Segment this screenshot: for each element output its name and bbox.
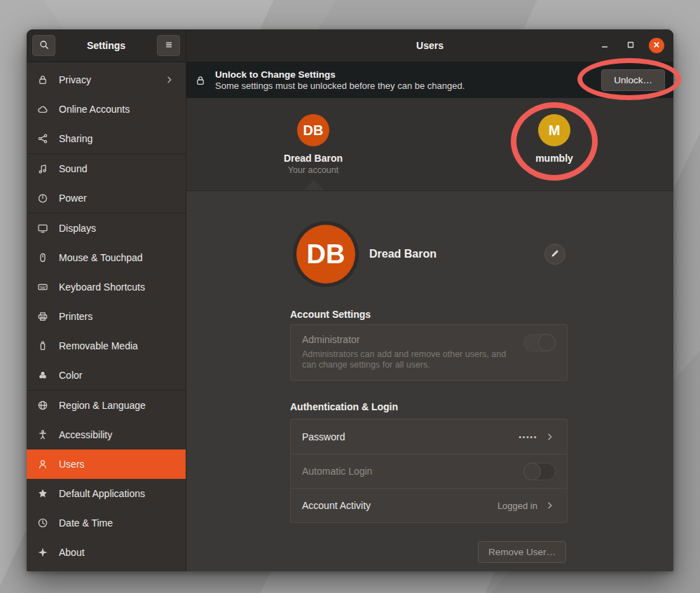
user-carousel: DBDread BaronYour accountMmumbly <box>186 98 673 191</box>
share-icon <box>37 133 48 144</box>
chevron-right-icon <box>164 74 175 85</box>
sidebar-item-label: Default Applications <box>59 488 175 499</box>
unlock-banner-subtitle: Some settings must be unlocked before th… <box>215 81 465 91</box>
carousel-user-subtitle: Your account <box>288 165 339 175</box>
administrator-texts: Administrator Administrators can add and… <box>302 334 512 371</box>
sidebar-item-default-applications[interactable]: Default Applications <box>27 479 186 508</box>
row-value: ••••• <box>519 433 537 441</box>
account-settings-header: Account Settings <box>290 309 371 320</box>
menu-button[interactable] <box>157 35 180 56</box>
sidebar-item-label: Date & Time <box>59 517 175 529</box>
clock-icon <box>37 517 48 529</box>
app-title: Settings <box>55 40 157 51</box>
sidebar-item-label: Mouse & Touchpad <box>59 252 175 263</box>
sidebar-item-removable-media[interactable]: Removable Media <box>27 331 186 361</box>
avatar: DB <box>297 114 329 146</box>
maximize-button[interactable] <box>623 38 638 53</box>
minimize-button[interactable] <box>597 38 612 53</box>
row-automatic-login: Automatic Login <box>291 454 567 488</box>
unlock-banner-title: Unlock to Change Settings <box>215 69 465 80</box>
minimize-icon <box>599 39 610 53</box>
carousel-user-name: mumbly <box>535 153 573 164</box>
keyboard-icon <box>37 281 48 293</box>
sidebar-headerbar: Settings <box>27 29 186 62</box>
users-icon <box>37 459 48 470</box>
selected-user-pointer <box>303 180 324 190</box>
row-password[interactable]: Password••••• <box>291 419 567 454</box>
search-icon <box>39 39 50 53</box>
sidebar-item-displays[interactable]: Displays <box>27 214 186 243</box>
close-button[interactable] <box>649 38 664 53</box>
settings-window: Settings PrivacyOnline AccountsSharingSo… <box>27 29 673 571</box>
chevron-right-icon <box>544 500 556 511</box>
sidebar-item-label: Keyboard Shortcuts <box>59 281 175 293</box>
sound-icon <box>37 163 48 174</box>
sidebar-item-about[interactable]: About <box>27 538 186 567</box>
removable-media-icon <box>37 340 48 351</box>
lock-icon <box>195 75 206 86</box>
sidebar-item-label: Region & Language <box>59 400 175 411</box>
authentication-login-header: Authentication & Login <box>290 401 398 412</box>
sidebar-item-label: About <box>59 547 175 558</box>
sidebar-item-label: Color <box>59 370 175 381</box>
unlock-banner-text: Unlock to Change Settings Some settings … <box>215 69 465 91</box>
lock-icon <box>37 74 48 85</box>
sidebar-item-mouse-touchpad[interactable]: Mouse & Touchpad <box>27 243 186 272</box>
row-label: Account Activity <box>302 500 490 511</box>
profile-row: DB Dread Baron <box>296 225 565 284</box>
row-label: Automatic Login <box>302 466 516 477</box>
sidebar-item-color[interactable]: Color <box>27 361 186 390</box>
sidebar-item-printers[interactable]: Printers <box>27 302 186 331</box>
sidebar-item-date-time[interactable]: Date & Time <box>27 508 186 538</box>
sidebar-item-label: Privacy <box>59 74 153 85</box>
sidebar-item-sound[interactable]: Sound <box>27 154 186 183</box>
sidebar-item-sharing[interactable]: Sharing <box>27 124 186 153</box>
administrator-toggle <box>523 334 556 351</box>
pencil-icon <box>549 248 561 261</box>
avatar: M <box>538 114 570 146</box>
toggle-knob <box>538 334 556 351</box>
toggle-knob <box>523 463 541 480</box>
user-detail-panel: DB Dread Baron Account Settings Administ… <box>186 191 673 571</box>
sidebar-item-label: Printers <box>59 311 175 322</box>
carousel-user-name: Dread Baron <box>284 153 343 164</box>
profile-name: Dread Baron <box>369 248 437 260</box>
remove-user-button: Remove User… <box>478 541 566 563</box>
row-value: Logged in <box>497 501 537 511</box>
sidebar-item-online-accounts[interactable]: Online Accounts <box>27 95 186 124</box>
search-button[interactable] <box>32 35 55 56</box>
carousel-user-mumbly[interactable]: Mmumbly <box>505 114 603 164</box>
sidebar-item-region-language[interactable]: Region & Language <box>27 391 186 420</box>
edit-name-button[interactable] <box>544 244 565 265</box>
sidebar-item-label: Users <box>59 459 175 470</box>
displays-icon <box>37 223 48 234</box>
globe-icon <box>37 400 48 411</box>
administrator-label: Administrator <box>302 334 512 345</box>
chevron-right-icon <box>544 431 556 442</box>
unlock-button[interactable]: Unlock… <box>601 69 665 91</box>
sidebar-item-label: Sound <box>59 163 175 174</box>
maximize-icon <box>625 39 636 53</box>
sidebar: Settings PrivacyOnline AccountsSharingSo… <box>27 29 186 571</box>
carousel-user-dread-baron[interactable]: DBDread BaronYour account <box>264 114 362 175</box>
mouse-icon <box>37 252 48 263</box>
unlock-banner: Unlock to Change Settings Some settings … <box>186 62 673 98</box>
avatar: DB <box>296 225 355 284</box>
cloud-icon <box>37 104 48 115</box>
sidebar-item-label: Accessibility <box>59 429 175 440</box>
star-icon <box>37 488 48 499</box>
headerbar: Users <box>186 29 673 62</box>
sidebar-item-power[interactable]: Power <box>27 183 186 213</box>
row-account-activity[interactable]: Account ActivityLogged in <box>291 488 567 522</box>
sparkle-icon <box>37 547 48 558</box>
main-panel: Users Unlock to Change Settings Some set… <box>186 29 673 571</box>
sidebar-item-keyboard-shortcuts[interactable]: Keyboard Shortcuts <box>27 272 186 302</box>
administrator-box: Administrator Administrators can add and… <box>290 324 568 381</box>
sidebar-item-label: Online Accounts <box>59 104 175 115</box>
automatic-login-toggle <box>523 463 556 480</box>
sidebar-item-label: Displays <box>59 223 175 234</box>
sidebar-item-privacy[interactable]: Privacy <box>27 65 186 95</box>
sidebar-item-accessibility[interactable]: Accessibility <box>27 420 186 449</box>
sidebar-item-users[interactable]: Users <box>27 449 186 479</box>
close-icon <box>651 39 662 53</box>
